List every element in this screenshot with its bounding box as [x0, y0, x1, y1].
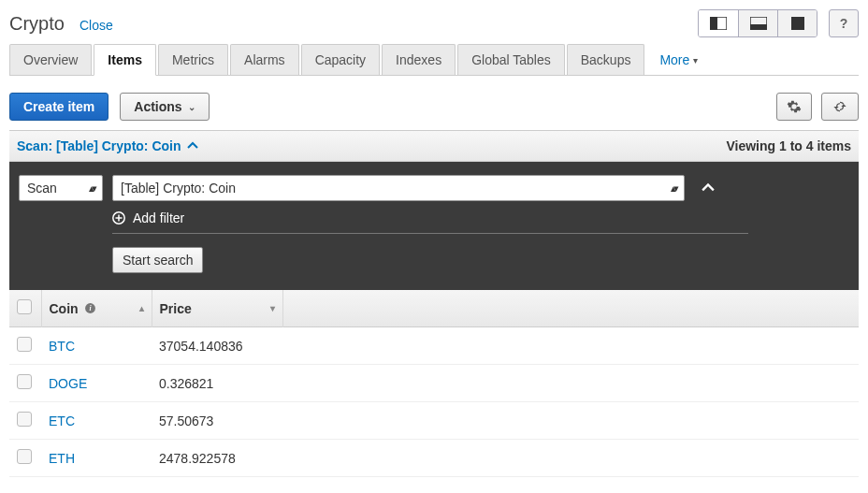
table-row: ETH2478.922578 — [9, 440, 859, 477]
viewing-count: Viewing 1 to 4 items — [726, 138, 851, 153]
add-filter-label: Add filter — [133, 210, 184, 225]
operation-select[interactable]: Scan ▴▾ — [19, 175, 103, 201]
coin-link[interactable]: DOGE — [49, 376, 87, 391]
chevron-up-icon — [187, 140, 198, 152]
chevron-up-icon — [702, 181, 715, 195]
select-arrows-icon: ▴▾ — [671, 182, 676, 195]
refresh-icon — [832, 99, 848, 114]
tabs-more[interactable]: More ▾ — [656, 45, 702, 75]
layout-hsplit-icon — [750, 17, 767, 30]
tabs-row: Overview Items Metrics Alarms Capacity I… — [9, 43, 859, 76]
price-value: 37054.140836 — [159, 339, 243, 354]
view-toggle-full[interactable] — [777, 10, 817, 36]
tab-global-tables[interactable]: Global Tables — [457, 44, 565, 75]
create-item-button[interactable]: Create item — [9, 93, 108, 121]
help-icon: ? — [840, 16, 848, 31]
table-row: DOGE0.326821 — [9, 365, 859, 402]
collapse-panel-button[interactable] — [702, 181, 715, 195]
help-button[interactable]: ? — [829, 9, 859, 37]
table-row: BTC37054.140836 — [9, 327, 859, 365]
sort-desc-icon: ▾ — [270, 303, 275, 313]
column-header-price-label: Price — [160, 301, 192, 316]
column-header-coin-label: Coin — [50, 301, 79, 316]
tab-backups[interactable]: Backups — [567, 44, 645, 75]
tab-metrics[interactable]: Metrics — [158, 44, 228, 75]
price-value: 0.326821 — [159, 376, 213, 391]
price-value: 2478.922578 — [159, 451, 236, 466]
layout-full-icon — [791, 17, 804, 30]
tab-items[interactable]: Items — [94, 44, 156, 76]
select-arrows-icon: ▴▾ — [89, 182, 94, 195]
coin-link[interactable]: ETC — [49, 413, 75, 428]
row-checkbox[interactable] — [17, 449, 32, 464]
sort-asc-icon: ▴ — [139, 303, 144, 313]
row-checkbox[interactable] — [17, 337, 32, 352]
coin-link[interactable]: ETH — [49, 451, 75, 466]
gear-icon — [787, 99, 802, 114]
add-filter-button[interactable]: Add filter — [112, 210, 748, 234]
layout-vsplit-icon — [710, 17, 727, 30]
tab-capacity[interactable]: Capacity — [301, 44, 380, 75]
row-checkbox[interactable] — [17, 374, 32, 389]
select-all-checkbox[interactable] — [17, 299, 32, 314]
scope-select[interactable]: [Table] Crypto: Coin ▴▾ — [112, 175, 685, 201]
refresh-button[interactable] — [821, 93, 859, 121]
scan-summary-label: Scan: [Table] Crypto: Coin — [17, 138, 181, 153]
view-toggle-split-horizontal[interactable] — [738, 10, 777, 36]
svg-rect-4 — [791, 17, 804, 30]
scan-summary[interactable]: Scan: [Table] Crypto: Coin — [17, 138, 198, 153]
operation-select-value: Scan — [27, 181, 57, 196]
scope-select-value: [Table] Crypto: Coin — [121, 181, 236, 196]
view-toggle-split-vertical[interactable] — [699, 10, 738, 36]
page-title: Crypto — [9, 13, 65, 35]
tab-indexes[interactable]: Indexes — [382, 44, 456, 75]
plus-circle-icon — [112, 211, 125, 225]
close-link[interactable]: Close — [80, 18, 113, 33]
view-toggle-group — [698, 9, 817, 37]
tab-alarms[interactable]: Alarms — [230, 44, 299, 75]
column-header-price[interactable]: Price ▾ — [152, 290, 282, 327]
chevron-down-icon: ▾ — [693, 55, 698, 65]
actions-label: Actions — [134, 99, 181, 114]
tab-overview[interactable]: Overview — [9, 44, 92, 75]
coin-link[interactable]: BTC — [49, 339, 75, 354]
svg-rect-3 — [750, 24, 767, 30]
price-value: 57.50673 — [159, 413, 213, 428]
info-icon: i — [84, 302, 96, 314]
svg-rect-1 — [710, 17, 717, 30]
settings-button[interactable] — [776, 93, 812, 121]
actions-button[interactable]: Actions ⌄ — [120, 93, 209, 121]
row-checkbox[interactable] — [17, 412, 32, 427]
items-table: Coin i ▴ Price ▾ BTC37054.140836DOGE0.32… — [9, 290, 859, 477]
chevron-down-icon: ⌄ — [188, 102, 195, 112]
column-header-coin[interactable]: Coin i ▴ — [41, 290, 152, 327]
start-search-button[interactable]: Start search — [112, 247, 203, 273]
more-label: More — [659, 52, 689, 67]
table-row: ETC57.50673 — [9, 402, 859, 440]
query-builder-panel: Scan ▴▾ [Table] Crypto: Coin ▴▾ Add filt… — [9, 162, 859, 290]
